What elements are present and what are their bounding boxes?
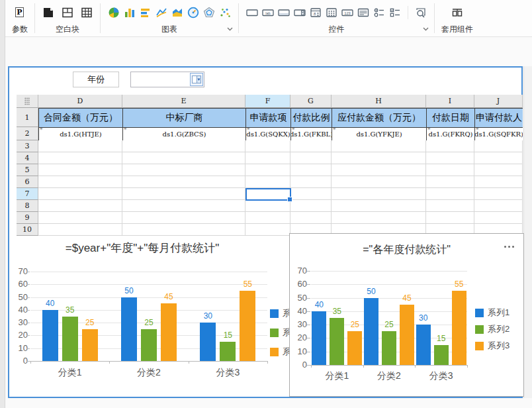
cell-H7[interactable] bbox=[332, 188, 426, 200]
label-widget-icon[interactable]: lab bbox=[261, 6, 275, 19]
cell-H6[interactable] bbox=[332, 176, 426, 188]
row-header-1[interactable]: 1 bbox=[17, 108, 38, 127]
cell-J6[interactable] bbox=[474, 176, 523, 188]
number-widget-icon[interactable]: 123 bbox=[341, 6, 354, 19]
grid-block-icon[interactable] bbox=[80, 6, 93, 19]
chevron-down-icon[interactable] bbox=[226, 25, 234, 33]
column-header-J[interactable]: J bbox=[474, 95, 523, 108]
header-cell-D1[interactable]: 合同金额（万元） bbox=[38, 108, 123, 128]
scatter-chart-icon[interactable] bbox=[218, 6, 232, 19]
query-widget-icon[interactable] bbox=[414, 6, 427, 19]
cell-E8[interactable] bbox=[122, 200, 245, 212]
column-header-F[interactable]: F bbox=[245, 95, 290, 108]
row-header-4[interactable]: 4 bbox=[17, 152, 38, 164]
cell-G5[interactable] bbox=[290, 164, 332, 176]
row-header-8[interactable]: 8 bbox=[17, 200, 38, 212]
cell-F5[interactable] bbox=[245, 164, 290, 176]
textarea-widget-icon[interactable] bbox=[357, 6, 370, 19]
cell-G4[interactable] bbox=[290, 152, 332, 164]
cell-E6[interactable] bbox=[122, 176, 245, 188]
row-header-10[interactable]: 10 bbox=[17, 224, 38, 236]
param-combobox[interactable] bbox=[130, 72, 204, 87]
cell-E7[interactable] bbox=[122, 188, 245, 200]
formula-cell-E2[interactable]: *ds1.G(ZBCS) bbox=[122, 128, 246, 141]
cell-E3[interactable] bbox=[122, 140, 245, 152]
cell-D8[interactable] bbox=[38, 200, 122, 212]
vertical-scrollbar[interactable] bbox=[523, 66, 532, 398]
area-chart-icon[interactable] bbox=[171, 6, 184, 19]
cell-I6[interactable] bbox=[426, 176, 474, 188]
formula-cell-J2[interactable]: *ds1.G(SQFKR) bbox=[474, 128, 523, 141]
checkboxgroup-widget-icon[interactable] bbox=[388, 6, 402, 19]
cell-F8[interactable] bbox=[245, 200, 290, 212]
header-cell-I1[interactable]: 付款日期 bbox=[426, 108, 475, 128]
cell-F9[interactable] bbox=[245, 212, 290, 224]
left-chart-object[interactable]: =$year+"年度"+"每月付款统计"01020304050607040352… bbox=[11, 237, 294, 393]
cell-D9[interactable] bbox=[38, 212, 122, 224]
cell-G6[interactable] bbox=[290, 176, 332, 188]
header-cell-J1[interactable]: 申请付款人 bbox=[474, 108, 523, 128]
cell-D10[interactable] bbox=[38, 224, 122, 236]
cell-H9[interactable] bbox=[332, 212, 426, 224]
column-header-D[interactable]: D bbox=[38, 95, 122, 108]
cell-D6[interactable] bbox=[38, 176, 122, 188]
component-icon[interactable] bbox=[451, 6, 464, 19]
header-cell-H1[interactable]: 应付款金额（万元） bbox=[332, 108, 427, 128]
cell-H8[interactable] bbox=[332, 200, 426, 212]
cell-D3[interactable] bbox=[38, 140, 122, 152]
cell-J5[interactable] bbox=[474, 164, 523, 176]
combo-dropdown-icon[interactable] bbox=[190, 73, 203, 86]
cell-F10[interactable] bbox=[245, 224, 290, 236]
cell-J8[interactable] bbox=[474, 200, 523, 212]
radiogroup-widget-icon[interactable] bbox=[373, 6, 386, 19]
parameter-icon[interactable]: P bbox=[13, 6, 26, 19]
datepicker-widget-icon[interactable]: 8 bbox=[309, 6, 322, 19]
row-header-7[interactable]: 7 bbox=[17, 188, 38, 200]
column-header-I[interactable]: I bbox=[426, 95, 474, 108]
selection-fill-handle[interactable] bbox=[287, 197, 292, 202]
cell-H4[interactable] bbox=[332, 152, 426, 164]
formula-cell-F2[interactable]: *ds1.G(SQKX) bbox=[245, 128, 291, 141]
cell-F3[interactable] bbox=[245, 140, 290, 152]
cell-G7[interactable] bbox=[290, 188, 332, 200]
header-cell-E1[interactable]: 中标厂商 bbox=[122, 108, 246, 128]
combobox-widget-icon[interactable] bbox=[293, 6, 306, 19]
row-header-3[interactable]: 3 bbox=[17, 140, 38, 152]
cell-F4[interactable] bbox=[245, 152, 290, 164]
cell-G8[interactable] bbox=[290, 200, 332, 212]
cell-J3[interactable] bbox=[474, 140, 523, 152]
chevron-down-icon[interactable] bbox=[421, 25, 430, 33]
cell-G3[interactable] bbox=[290, 140, 332, 152]
report-block-icon[interactable] bbox=[42, 6, 55, 19]
cell-H3[interactable] bbox=[332, 140, 426, 152]
formula-cell-H2[interactable]: *ds1.G(YFKJE) bbox=[332, 128, 427, 141]
cell-J7[interactable] bbox=[474, 188, 523, 200]
cell-G9[interactable] bbox=[290, 212, 332, 224]
cell-E10[interactable] bbox=[122, 224, 245, 236]
cell-E5[interactable] bbox=[122, 164, 245, 176]
textbox-widget-icon[interactable] bbox=[245, 6, 259, 19]
cell-D4[interactable] bbox=[38, 152, 122, 164]
cell-I4[interactable] bbox=[426, 152, 474, 164]
cell-J4[interactable] bbox=[474, 152, 523, 164]
split-block-icon[interactable] bbox=[61, 6, 74, 19]
formula-cell-I2[interactable]: *ds1.G(FKRQ) bbox=[426, 128, 475, 141]
cell-H5[interactable] bbox=[332, 164, 426, 176]
row-header-6[interactable]: 6 bbox=[17, 176, 38, 188]
gauge-chart-icon[interactable] bbox=[187, 6, 200, 19]
row-header-2[interactable]: 2 bbox=[17, 127, 38, 140]
cell-I9[interactable] bbox=[426, 212, 474, 224]
header-cell-F1[interactable]: 申请款项 bbox=[245, 108, 291, 128]
cell-I7[interactable] bbox=[426, 188, 474, 200]
cell-J9[interactable] bbox=[474, 212, 523, 224]
numberpad-widget-icon[interactable] bbox=[325, 6, 338, 19]
button-widget-icon[interactable] bbox=[277, 6, 290, 19]
cell-D5[interactable] bbox=[38, 164, 122, 176]
right-chart-panel[interactable]: ="各年度付款统计"010203040506070403525分类1502545… bbox=[289, 233, 524, 397]
cell-D7[interactable] bbox=[38, 188, 122, 200]
cell-E9[interactable] bbox=[122, 212, 245, 224]
line-chart-icon[interactable] bbox=[155, 6, 168, 19]
bar-chart-icon[interactable] bbox=[139, 6, 152, 19]
header-cell-G1[interactable]: 付款比例 bbox=[290, 108, 332, 128]
cell-E4[interactable] bbox=[122, 152, 245, 164]
